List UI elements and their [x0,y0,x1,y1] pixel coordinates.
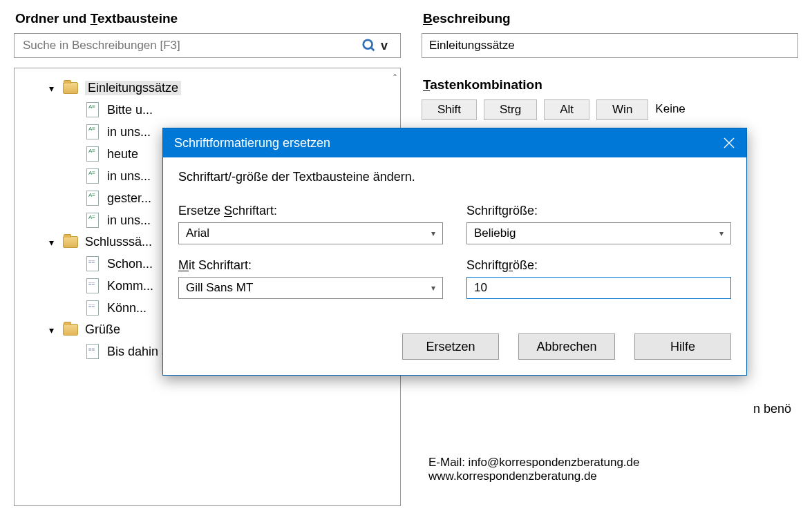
size2-label: Schriftgröße: [466,258,731,273]
folder-label[interactable]: Schlusssä... [85,235,152,249]
chevron-down-icon: ▾ [431,229,435,238]
folder-label[interactable]: Einleitungssätze [85,81,181,95]
key-alt[interactable]: Alt [544,99,589,120]
svg-line-1 [371,48,375,51]
folder-icon [63,324,78,336]
document-icon [86,146,99,162]
modifier-key-row: Shift Strg Alt Win Keine [422,99,798,120]
document-icon [86,102,99,117]
size1-combo[interactable]: Beliebig ▾ [466,222,731,244]
document-icon [86,256,99,271]
folder-icon [63,82,78,94]
document-icon [86,278,99,293]
expander-icon[interactable]: ▾ [49,237,60,248]
search-dropdown-icon[interactable]: v [381,39,393,53]
dialog-titlebar: Schriftformatierung ersetzen [163,128,746,157]
search-bar[interactable]: v [14,33,401,58]
description-heading: Beschreibung [423,11,798,26]
replace-button[interactable]: Ersetzen [402,333,499,360]
body-fragment: n benö [753,402,791,416]
document-icon [86,124,99,139]
key-shift[interactable]: Shift [422,99,477,120]
size2-input[interactable] [466,277,731,299]
cancel-button[interactable]: Abbrechen [518,333,615,360]
expander-icon[interactable]: ▾ [49,325,60,336]
dialog-schriftformatierung: Schriftformatierung ersetzen Schriftart/… [162,128,747,376]
folder-label[interactable]: Grüße [85,322,120,337]
size1-label: Schriftgröße: [466,204,731,218]
shortcut-heading: Tastenkombination [423,77,798,93]
document-icon [86,344,99,359]
replace-font-combo[interactable]: Arial ▾ [178,222,443,244]
help-button[interactable]: Hilfe [634,333,731,360]
key-win[interactable]: Win [596,99,648,120]
expander-icon[interactable]: ▾ [49,83,60,94]
document-icon [86,168,99,184]
key-none: Keine [655,99,685,120]
document-icon [86,300,99,316]
search-input[interactable] [15,39,361,52]
document-icon [86,213,99,228]
left-heading: Ordner und Textbausteine [15,11,401,26]
tree-item[interactable]: Bitte u... [86,102,400,117]
search-icon[interactable] [361,38,377,53]
scroll-up-icon[interactable]: ˄ [393,72,397,84]
chevron-down-icon: ▾ [719,229,724,238]
replace-font-label: Ersetze Schriftart: [178,204,443,218]
svg-point-0 [363,40,372,49]
with-font-combo[interactable]: Gill Sans MT ▾ [178,277,443,299]
close-icon[interactable] [712,128,746,157]
with-font-label: Mit Schriftart: [178,258,443,273]
footer-contact: E-Mail: info@korrespondenzberatung.de ww… [428,456,640,483]
chevron-down-icon: ▾ [431,283,435,293]
document-icon [86,191,99,206]
folder-einleitungssaetze[interactable]: ▾ Einleitungssätze [49,81,400,95]
dialog-title: Schriftformatierung ersetzen [174,136,330,151]
description-input[interactable] [422,33,798,58]
key-strg[interactable]: Strg [484,99,537,120]
dialog-instruction: Schriftart/-größe der Textbausteine ände… [178,170,731,184]
folder-icon [63,236,78,248]
